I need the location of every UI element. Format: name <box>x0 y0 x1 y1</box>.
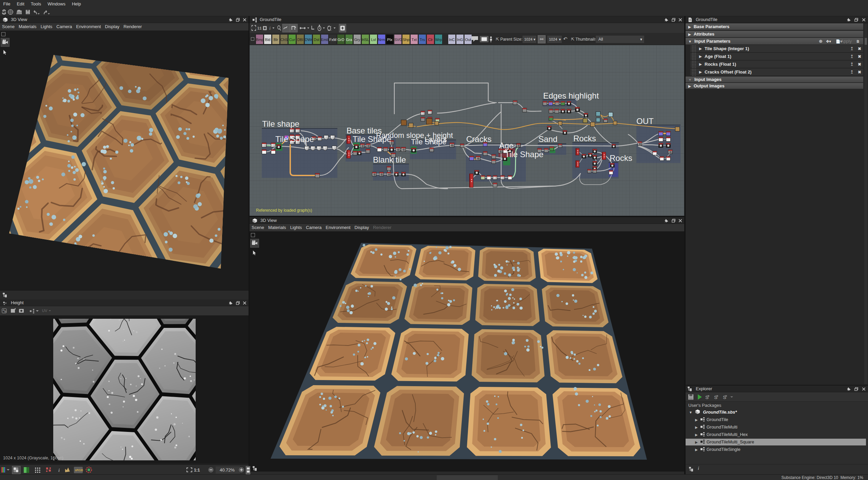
svg-text:i: i <box>270 25 271 31</box>
svg-text:i: i <box>58 467 60 473</box>
svg-text:UV: UV <box>42 309 47 313</box>
svg-text:Referenced by loaded graph(s): Referenced by loaded graph(s) <box>256 208 312 213</box>
svg-text:sRGB: sRGB <box>75 468 83 472</box>
svg-text:Tile Shape: Tile Shape <box>275 134 314 144</box>
svg-text:Tile Shape: Tile Shape <box>505 150 544 159</box>
svg-text:Tile shape: Tile shape <box>262 119 299 128</box>
svg-text:Age: Age <box>499 141 514 150</box>
svg-text:Rocks: Rocks <box>573 134 596 143</box>
svg-text:40.72%: 40.72% <box>220 467 235 473</box>
svg-text:Tile Shape: Tile Shape <box>411 138 446 146</box>
svg-text:Rocks: Rocks <box>610 153 632 163</box>
svg-text:1:1: 1:1 <box>257 26 261 30</box>
svg-text:OUT: OUT <box>636 117 654 126</box>
svg-text:Cracks: Cracks <box>466 134 492 144</box>
svg-text:Sand: Sand <box>538 134 557 144</box>
svg-text:B: B <box>4 310 6 313</box>
svg-text:1:1: 1:1 <box>194 468 200 473</box>
svg-text:Edges highlight: Edges highlight <box>543 91 599 100</box>
svg-text:Blank tile: Blank tile <box>373 155 406 164</box>
